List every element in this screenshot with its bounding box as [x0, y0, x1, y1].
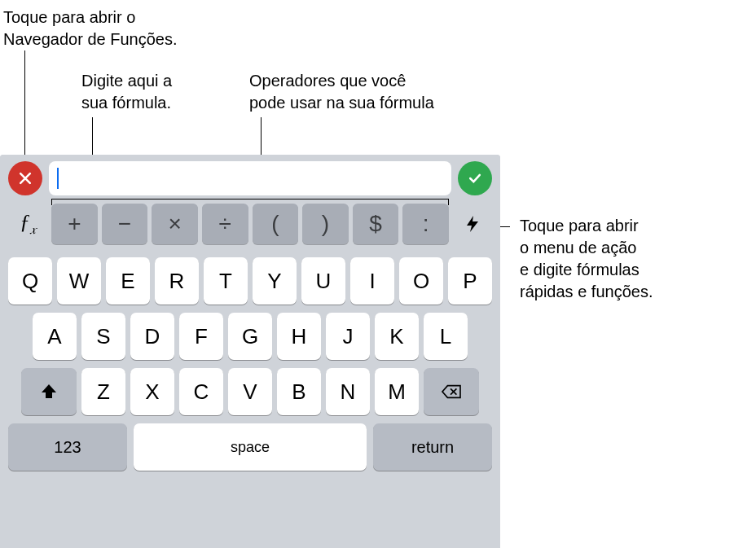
check-icon	[467, 170, 483, 186]
formula-input[interactable]	[49, 161, 451, 195]
operator-multiply[interactable]: ×	[152, 204, 198, 244]
operator-bracket	[51, 199, 449, 205]
key-o[interactable]: O	[399, 257, 443, 305]
key-space[interactable]: space	[134, 423, 367, 471]
key-backspace[interactable]	[424, 368, 479, 415]
fx-icon: ƒ𝑥	[20, 210, 36, 237]
operator-colon[interactable]: :	[402, 204, 449, 244]
shift-icon	[39, 382, 59, 401]
key-d[interactable]: D	[130, 313, 174, 360]
operator-minus[interactable]: −	[102, 204, 148, 244]
key-z[interactable]: Z	[81, 368, 125, 415]
callout-formula: Digite aqui a sua fórmula.	[81, 70, 228, 114]
operator-row: ƒ𝑥 + − × ÷ ( ) $ :	[0, 200, 500, 252]
key-f[interactable]: F	[179, 313, 223, 360]
keyboard-row-4: 123 space return	[5, 423, 495, 471]
operator-divide[interactable]: ÷	[202, 204, 248, 244]
callout-fx: Toque para abrir o Navegador de Funções.	[3, 7, 215, 50]
key-w[interactable]: W	[57, 257, 101, 305]
qwerty-keyboard: Q W E R T Y U I O P A S D F G H J K L	[0, 252, 500, 487]
callout-bolt: Toque para abrir o menu de ação e digite…	[520, 215, 732, 303]
operator-plus[interactable]: +	[51, 204, 98, 244]
key-x[interactable]: X	[130, 368, 174, 415]
key-j[interactable]: J	[326, 313, 370, 360]
key-q[interactable]: Q	[8, 257, 52, 305]
key-n[interactable]: N	[326, 368, 370, 415]
text-cursor	[57, 168, 59, 189]
key-m[interactable]: M	[375, 368, 419, 415]
key-g[interactable]: G	[228, 313, 272, 360]
key-c[interactable]: C	[179, 368, 223, 415]
key-v[interactable]: V	[228, 368, 272, 415]
key-shift[interactable]	[21, 368, 77, 415]
keyboard-row-2: A S D F G H J K L	[5, 313, 495, 360]
key-l[interactable]: L	[424, 313, 468, 360]
key-u[interactable]: U	[301, 257, 345, 305]
formula-keyboard-panel: ƒ𝑥 + − × ÷ ( ) $ : Q W E R T Y U	[0, 155, 500, 548]
operator-dollar[interactable]: $	[353, 204, 399, 244]
confirm-button[interactable]	[458, 161, 492, 195]
operator-close-paren[interactable]: )	[302, 204, 349, 244]
operator-open-paren[interactable]: (	[253, 204, 299, 244]
keyboard-row-1: Q W E R T Y U I O P	[5, 257, 495, 305]
close-icon	[17, 170, 33, 186]
key-r[interactable]: R	[155, 257, 199, 305]
key-numbers[interactable]: 123	[8, 423, 127, 471]
cancel-button[interactable]	[8, 161, 42, 195]
key-p[interactable]: P	[448, 257, 492, 305]
key-a[interactable]: A	[33, 313, 77, 360]
bolt-icon	[463, 213, 482, 235]
key-s[interactable]: S	[81, 313, 125, 360]
key-b[interactable]: B	[277, 368, 321, 415]
function-browser-button[interactable]: ƒ𝑥	[8, 204, 47, 244]
key-k[interactable]: K	[375, 313, 419, 360]
callout-operators: Operadores que você pode usar na sua fór…	[249, 70, 477, 114]
key-h[interactable]: H	[277, 313, 321, 360]
backspace-icon	[440, 383, 463, 401]
key-e[interactable]: E	[106, 257, 150, 305]
key-i[interactable]: I	[350, 257, 394, 305]
key-return[interactable]: return	[373, 423, 492, 471]
formula-bar	[0, 155, 500, 200]
key-y[interactable]: Y	[253, 257, 297, 305]
key-t[interactable]: T	[204, 257, 248, 305]
keyboard-row-3: Z X C V B N M	[5, 368, 495, 415]
quick-action-button[interactable]	[453, 204, 492, 244]
operator-keys: + − × ÷ ( ) $ :	[51, 204, 449, 244]
